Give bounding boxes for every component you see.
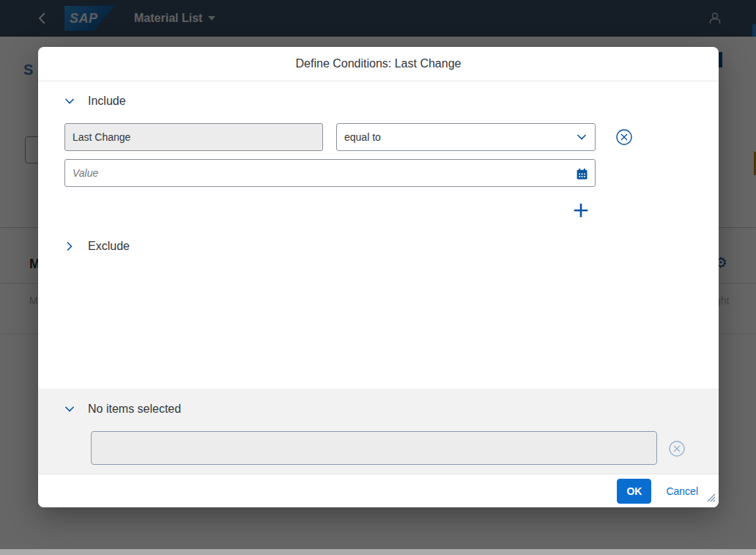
dialog-footer: OK Cancel [38, 474, 719, 507]
calendar-icon[interactable] [571, 165, 593, 183]
operator-value: equal to [344, 131, 381, 143]
selected-items-label: No items selected [88, 403, 181, 416]
condition-value-input[interactable] [64, 159, 596, 187]
include-label: Include [88, 95, 126, 108]
ok-button[interactable]: OK [617, 479, 651, 504]
chevron-down-icon[interactable] [63, 403, 76, 416]
horizontal-scrollbar[interactable] [0, 549, 756, 555]
remove-condition-icon[interactable] [615, 128, 633, 146]
chevron-right-icon[interactable] [63, 240, 76, 253]
exclude-section-header[interactable]: Exclude [63, 238, 130, 255]
condition-field-name-input [64, 123, 323, 151]
define-conditions-dialog: Define Conditions: Last Change Include e… [38, 47, 719, 507]
dialog-header: Define Conditions: Last Change [38, 47, 719, 81]
add-condition-icon[interactable] [571, 200, 591, 221]
condition-operator-select[interactable]: equal to [336, 123, 596, 151]
selected-items-header[interactable]: No items selected [63, 400, 181, 418]
exclude-label: Exclude [88, 240, 130, 253]
dialog-resize-handle[interactable] [707, 492, 716, 505]
chevron-down-icon [576, 131, 588, 143]
clear-tokens-icon[interactable] [668, 440, 686, 457]
cancel-button[interactable]: Cancel [666, 485, 698, 497]
include-section-header[interactable]: Include [63, 92, 126, 110]
dialog-title: Define Conditions: Last Change [296, 57, 462, 70]
chevron-down-icon[interactable] [63, 95, 76, 108]
selected-tokens-input [91, 431, 657, 465]
